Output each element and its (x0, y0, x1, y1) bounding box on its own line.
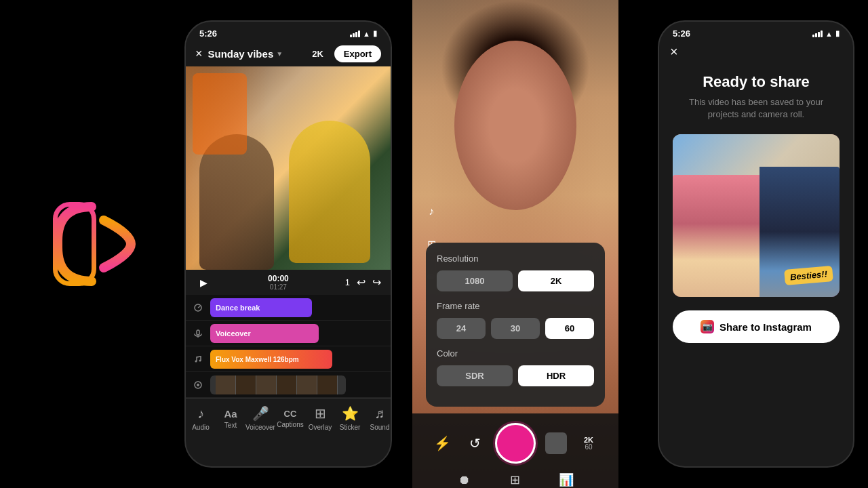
redo-button[interactable]: ↪ (372, 276, 381, 289)
clip-dance-break[interactable]: Dance break (210, 298, 312, 317)
twok-badge-button[interactable]: 2K 60 (576, 431, 601, 455)
color-sdr-button[interactable]: SDR (437, 365, 513, 386)
flash-button[interactable]: ⚡ (430, 431, 454, 455)
track-icon-filmstrip (186, 380, 210, 390)
project-title[interactable]: Sunday vibes ▼ (208, 48, 307, 60)
camera-background: ♪ ⊞ ✏ Resolution 1080 2K Frame rate 24 3… (412, 0, 618, 488)
framerate-options: 24 30 60 (437, 318, 594, 339)
track-music: Flux Vox Maxwell 126bpm (186, 346, 391, 372)
clip-filmstrip[interactable] (210, 375, 346, 394)
flip-button[interactable]: ↺ (462, 431, 487, 455)
framerate-60-button[interactable]: 60 (545, 318, 594, 339)
toolbar-text[interactable]: Aa Text (216, 408, 245, 429)
status-time-share: 5:26 (673, 28, 690, 39)
phone-editor: 5:26 ▲ ▮ × Sunday vibes ▼ 2K Export (184, 20, 392, 468)
svg-point-9 (197, 384, 199, 386)
audio-icon: ♪ (197, 406, 204, 422)
clip-music[interactable]: Flux Vox Maxwell 126bpm (210, 350, 332, 369)
track-content-video: Dance break (210, 295, 391, 320)
resolution-label: Resolution (437, 253, 594, 264)
camera-nav: ⏺ ⊞ 📊 (412, 466, 618, 488)
status-bar-share: 5:26 ▲ ▮ (659, 22, 853, 41)
export-button[interactable]: Export (334, 45, 381, 62)
voiceover-icon: 🎤 (252, 405, 269, 422)
status-time-editor: 5:26 (199, 28, 217, 39)
play-button[interactable]: ▶ (195, 274, 212, 291)
nav-grid-icon[interactable]: ⊞ (506, 470, 525, 488)
color-label: Color (437, 348, 594, 359)
color-options: SDR HDR (437, 365, 594, 386)
track-icon-voiceover (186, 329, 210, 338)
track-filmstrip (186, 372, 391, 398)
color-hdr-button[interactable]: HDR (518, 365, 594, 386)
resolution-2k-button[interactable]: 2K (518, 270, 594, 291)
phone-share: 5:26 ▲ ▮ × Ready to share This video has… (658, 20, 854, 468)
resolution-options: 1080 2K (437, 270, 594, 291)
track-icon-video (186, 303, 210, 312)
track-content-voiceover: Voiceover (210, 321, 391, 346)
toolbar-captions[interactable]: CC Captions (275, 409, 305, 428)
status-bar-editor: 5:26 ▲ ▮ (186, 22, 391, 41)
nav-record-icon[interactable]: ⏺ (455, 470, 474, 488)
share-title: Ready to share (703, 73, 810, 91)
bottom-toolbar: ♪ Audio Aa Text 🎤 Voiceover CC Captions … (186, 398, 391, 441)
framerate-24-button[interactable]: 24 (437, 318, 486, 339)
battery-icon-share: ▮ (835, 29, 840, 38)
timeline-controls: ▶ 00:00 01:27 1 ↩ ↪ (186, 270, 391, 295)
track-video: Dance break (186, 295, 391, 321)
wifi-icon-share: ▲ (825, 30, 833, 38)
track-content-filmstrip (210, 372, 391, 397)
app-logo (41, 190, 149, 298)
chevron-down-icon: ▼ (276, 50, 283, 58)
video-preview (186, 66, 391, 270)
resolution-1080-button[interactable]: 1080 (437, 270, 513, 291)
toolbar-sound[interactable]: ♬ Sound (365, 406, 392, 431)
editor-header: × Sunday vibes ▼ 2K Export (186, 41, 391, 66)
svg-point-7 (199, 359, 201, 361)
toolbar-sticker[interactable]: ⭐ Sticker (335, 405, 365, 431)
battery-icon: ▮ (373, 29, 377, 38)
close-button-editor[interactable]: × (195, 47, 203, 61)
sticker-icon: ⭐ (342, 405, 359, 422)
track-voiceover: Voiceover (186, 321, 391, 346)
track-icon-music (186, 354, 210, 364)
share-thumbnail: Besties!! (673, 134, 840, 297)
resolution-badge: 2K (312, 49, 323, 59)
toolbar-audio[interactable]: ♪ Audio (186, 406, 216, 431)
timeline-tracks: Dance break Voiceover Flux Vox Maxwell (186, 295, 391, 398)
track-content-music: Flux Vox Maxwell 126bpm (210, 346, 391, 371)
overlay-icon: ⊞ (315, 405, 326, 422)
framerate-30-button[interactable]: 30 (491, 318, 540, 339)
camera-bottom-controls: ⚡ ↺ 2K 60 ⏺ ⊞ 📊 (412, 413, 618, 488)
text-icon: Aa (224, 408, 237, 420)
sound-icon: ♬ (375, 406, 385, 422)
wifi-icon: ▲ (363, 30, 370, 38)
timeline-counter: 1 (345, 277, 350, 287)
share-content: Ready to share This video has been saved… (659, 62, 853, 343)
record-button[interactable] (495, 423, 536, 464)
gallery-button[interactable] (544, 431, 568, 455)
camera-control-row: ⚡ ↺ 2K 60 (412, 413, 618, 466)
time-total: 01:27 (218, 283, 338, 291)
time-display: 00:00 01:27 (218, 274, 338, 291)
svg-line-3 (198, 306, 200, 308)
share-subtitle: This video has been saved to your projec… (673, 96, 840, 121)
nav-chart-icon[interactable]: 📊 (557, 470, 576, 488)
phone-camera: ♪ ⊞ ✏ Resolution 1080 2K Frame rate 24 3… (412, 0, 618, 488)
svg-rect-4 (197, 330, 199, 335)
toolbar-overlay[interactable]: ⊞ Overlay (305, 405, 335, 431)
toolbar-voiceover[interactable]: 🎤 Voiceover (245, 405, 275, 431)
undo-button[interactable]: ↩ (357, 276, 366, 289)
share-instagram-button[interactable]: 📷 Share to Instagram (673, 310, 840, 343)
export-settings-panel: Resolution 1080 2K Frame rate 24 30 60 C… (426, 243, 605, 407)
captions-icon: CC (284, 409, 297, 419)
instagram-icon: 📷 (701, 320, 714, 333)
clip-voiceover[interactable]: Voiceover (210, 324, 319, 343)
close-button-share[interactable]: × (670, 44, 678, 59)
time-current: 00:00 (218, 274, 338, 283)
framerate-label: Frame rate (437, 301, 594, 311)
svg-point-6 (195, 360, 197, 362)
music-side-icon[interactable]: ♪ (422, 202, 441, 221)
